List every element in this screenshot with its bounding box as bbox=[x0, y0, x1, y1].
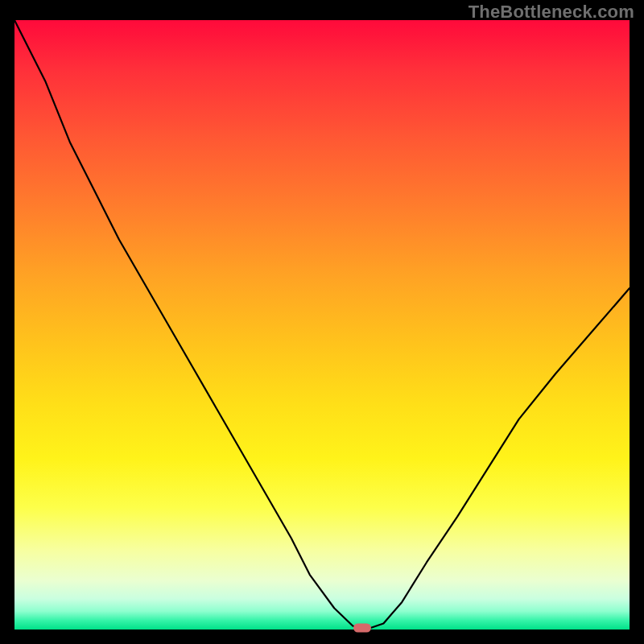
optimal-marker bbox=[353, 623, 371, 632]
curve-path bbox=[14, 20, 630, 628]
bottleneck-curve bbox=[14, 20, 630, 630]
watermark-text: TheBottleneck.com bbox=[469, 2, 634, 23]
chart-frame: TheBottleneck.com bbox=[0, 0, 644, 644]
plot-area bbox=[14, 20, 630, 630]
